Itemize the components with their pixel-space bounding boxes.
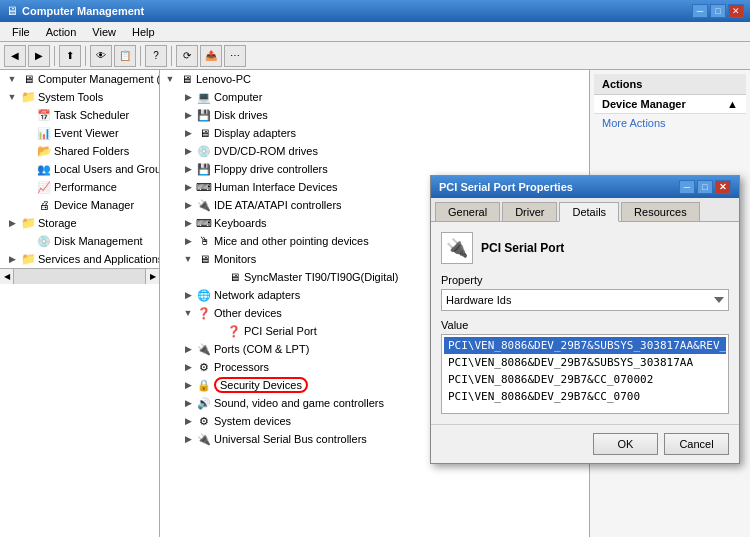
tree-item-label: Sound, video and game controllers — [214, 397, 384, 409]
minimize-button[interactable]: ─ — [692, 4, 708, 18]
menu-help[interactable]: Help — [124, 24, 163, 40]
tree-item-label: Security Devices — [214, 377, 308, 393]
separator-1 — [54, 46, 55, 66]
app-icon: 🖥 — [6, 4, 18, 18]
users-icon: 👥 — [36, 162, 52, 176]
expand-icon: ▶ — [180, 287, 196, 303]
menu-view[interactable]: View — [84, 24, 124, 40]
tree-system-tools[interactable]: ▼ 📁 System Tools — [0, 88, 159, 106]
maximize-button[interactable]: □ — [710, 4, 726, 18]
scroll-left-btn[interactable]: ◀ — [0, 269, 14, 284]
folder-icon: 📂 — [36, 144, 52, 158]
floppy-icon: 💾 — [196, 162, 212, 176]
dialog-close-btn[interactable]: ✕ — [715, 180, 731, 194]
tree-dvd[interactable]: ▶ 💿 DVD/CD-ROM drives — [160, 142, 589, 160]
property-label: Property — [441, 274, 729, 286]
expand-icon: ▼ — [4, 89, 20, 105]
tree-lenovo-pc[interactable]: ▼ 🖥 Lenovo-PC — [160, 70, 589, 88]
tab-general[interactable]: General — [435, 202, 500, 221]
help-button[interactable]: ? — [145, 45, 167, 67]
hid-icon: ⌨ — [196, 180, 212, 194]
h-scrollbar[interactable] — [14, 269, 145, 284]
dialog-minimize-btn[interactable]: ─ — [679, 180, 695, 194]
expand-icon: ▶ — [180, 125, 196, 141]
close-button[interactable]: ✕ — [728, 4, 744, 18]
menu-action[interactable]: Action — [38, 24, 85, 40]
expand-icon — [20, 197, 36, 213]
value-item-3[interactable]: PCI\VEN_8086&DEV_29B7&CC_0700 — [444, 388, 726, 405]
tree-root[interactable]: ▼ 🖥 Computer Management (Local — [0, 70, 159, 88]
tree-item-label: Storage — [38, 217, 77, 229]
forward-button[interactable]: ▶ — [28, 45, 50, 67]
expand-icon: ▶ — [180, 377, 196, 393]
tree-disk-drives[interactable]: ▶ 💾 Disk drives — [160, 106, 589, 124]
folder-icon: 📁 — [20, 90, 36, 104]
tree-item-label: System Tools — [38, 91, 103, 103]
value-item-2[interactable]: PCI\VEN_8086&DEV_29B7&CC_070002 — [444, 371, 726, 388]
refresh-button[interactable]: ⟳ — [176, 45, 198, 67]
properties-button[interactable]: 📋 — [114, 45, 136, 67]
expand-icon: ▼ — [4, 71, 20, 87]
more-actions-link[interactable]: More Actions — [594, 114, 746, 132]
back-button[interactable]: ◀ — [4, 45, 26, 67]
usb-icon: 🔌 — [196, 432, 212, 446]
more-button[interactable]: ⋯ — [224, 45, 246, 67]
tree-disk-mgmt[interactable]: 💿 Disk Management — [0, 232, 159, 250]
expand-icon: ▶ — [180, 143, 196, 159]
device-header: 🔌 PCI Serial Port — [441, 232, 729, 264]
cpu-icon: ⚙ — [196, 360, 212, 374]
up-button[interactable]: ⬆ — [59, 45, 81, 67]
display-icon: 🖥 — [196, 126, 212, 140]
tree-services[interactable]: ▶ 📁 Services and Applications — [0, 250, 159, 268]
tab-driver[interactable]: Driver — [502, 202, 557, 221]
tree-task-scheduler[interactable]: 📅 Task Scheduler — [0, 106, 159, 124]
tree-root-label: Computer Management (Local — [38, 73, 160, 85]
tree-event-viewer[interactable]: 📊 Event Viewer — [0, 124, 159, 142]
tree-item-label: Universal Serial Bus controllers — [214, 433, 367, 445]
value-list: PCI\VEN_8086&DEV_29B7&SUBSYS_303817AA&RE… — [441, 334, 729, 414]
tree-storage[interactable]: ▶ 📁 Storage — [0, 214, 159, 232]
device-icon: 🖨 — [36, 198, 52, 212]
expand-icon: ▶ — [180, 107, 196, 123]
tree-item-label: IDE ATA/ATAPI controllers — [214, 199, 342, 211]
expand-icon — [210, 323, 226, 339]
tree-item-label: Floppy drive controllers — [214, 163, 328, 175]
cancel-button[interactable]: Cancel — [664, 433, 729, 455]
tree-item-label: Local Users and Groups — [54, 163, 160, 175]
device-icon-box: 🔌 — [441, 232, 473, 264]
tree-performance[interactable]: 📈 Performance — [0, 178, 159, 196]
tree-display-adapters[interactable]: ▶ 🖥 Display adapters — [160, 124, 589, 142]
show-hide-button[interactable]: 👁 — [90, 45, 112, 67]
value-item-1[interactable]: PCI\VEN_8086&DEV_29B7&SUBSYS_303817AA — [444, 354, 726, 371]
window-title: Computer Management — [22, 5, 144, 17]
tree-computer[interactable]: ▶ 💻 Computer — [160, 88, 589, 106]
expand-icon: ▶ — [180, 161, 196, 177]
export-button[interactable]: 📤 — [200, 45, 222, 67]
expand-icon: ▶ — [180, 215, 196, 231]
folder-icon: 📁 — [20, 252, 36, 266]
tree-shared-folders[interactable]: 📂 Shared Folders — [0, 142, 159, 160]
tree-item-label: Shared Folders — [54, 145, 129, 157]
dialog-maximize-btn[interactable]: □ — [697, 180, 713, 194]
separator-3 — [140, 46, 141, 66]
scroll-right-btn[interactable]: ▶ — [145, 269, 159, 284]
value-item-0[interactable]: PCI\VEN_8086&DEV_29B7&SUBSYS_303817AA&RE… — [444, 337, 726, 354]
perf-icon: 📈 — [36, 180, 52, 194]
tree-item-label: Keyboards — [214, 217, 267, 229]
folder-icon: 📁 — [20, 216, 36, 230]
network-icon: 🌐 — [196, 288, 212, 302]
tab-resources[interactable]: Resources — [621, 202, 700, 221]
tree-local-users[interactable]: 👥 Local Users and Groups — [0, 160, 159, 178]
menu-file[interactable]: File — [4, 24, 38, 40]
device-name-label: PCI Serial Port — [481, 241, 564, 255]
property-select[interactable]: Hardware Ids — [441, 289, 729, 311]
tree-item-label: DVD/CD-ROM drives — [214, 145, 318, 157]
toolbar: ◀ ▶ ⬆ 👁 📋 ? ⟳ 📤 ⋯ — [0, 42, 750, 70]
expand-icon: ▶ — [4, 215, 20, 231]
expand-icon: ▶ — [180, 413, 196, 429]
tab-details[interactable]: Details — [559, 202, 619, 222]
mouse-icon: 🖱 — [196, 234, 212, 248]
tree-device-manager[interactable]: 🖨 Device Manager — [0, 196, 159, 214]
other-icon: ❓ — [196, 306, 212, 320]
ok-button[interactable]: OK — [593, 433, 658, 455]
